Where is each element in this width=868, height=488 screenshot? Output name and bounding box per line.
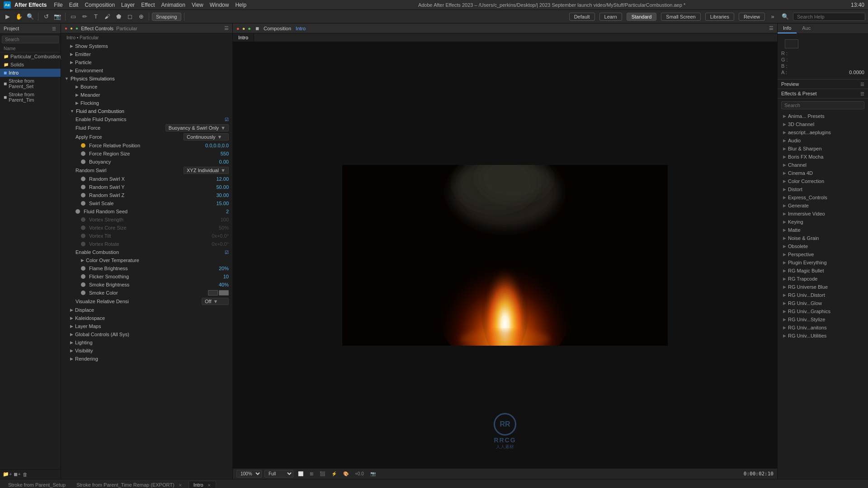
effect-item-generate[interactable]: ▶ Generate	[778, 202, 868, 210]
zoom-tool[interactable]: 🔍	[25, 12, 35, 22]
effect-item-rg-universe-blue[interactable]: ▶ RG Universe Blue	[778, 283, 868, 291]
pen-tool[interactable]: ✏	[80, 12, 90, 22]
effect-item-perspective[interactable]: ▶ Perspective	[778, 250, 868, 258]
comp-close-btn[interactable]: ●	[236, 26, 240, 31]
fluid-random-seed-row[interactable]: Fluid Random Seed 2	[61, 207, 232, 216]
tab-close-intro-btn[interactable]: ✕	[208, 483, 211, 488]
effect-item-rg-trapcode[interactable]: ▶ RG Trapcode	[778, 275, 868, 283]
effect-item-rg-univ-stylize[interactable]: ▶ RG Univ...Stylize	[778, 315, 868, 324]
transparency-btn[interactable]: ⊞	[308, 471, 315, 477]
effect-menu-icon[interactable]: ☰	[224, 25, 229, 31]
smoke-brightness-row[interactable]: Smoke Brightness 40%	[61, 281, 232, 289]
random-swirl-dropdown[interactable]: XYZ Individual ▼	[184, 167, 229, 174]
section-visibility[interactable]: ▶ Visibility	[61, 347, 232, 355]
timeline-tab-stroke-setup[interactable]: Stroke from Parent_Setup	[4, 481, 70, 488]
section-lighting[interactable]: ▶ Lighting	[61, 338, 232, 347]
section-rendering[interactable]: ▶ Rendering	[61, 355, 232, 363]
effect-item-audio[interactable]: ▶ Audio	[778, 136, 868, 145]
effect-item-rg-univ-distort[interactable]: ▶ RG Univ...Distort	[778, 291, 868, 299]
menu-edit[interactable]: Edit	[69, 2, 79, 8]
effect-item-plugin-everything[interactable]: ▶ Plugin Everything	[778, 258, 868, 267]
section-global-controls[interactable]: ▶ Global Controls (All Sys)	[61, 330, 232, 338]
section-particle[interactable]: ▶ Particle	[61, 58, 232, 66]
effect-item-keying[interactable]: ▶ Keying	[778, 218, 868, 226]
effects-presets-menu-icon[interactable]: ☰	[860, 91, 864, 96]
project-item-stroke-tim[interactable]: ◼ Stroke from Parent_Tim	[0, 90, 61, 104]
new-comp-button[interactable]: ◼+	[14, 471, 20, 477]
smoke-color-swatch[interactable]	[208, 290, 218, 296]
section-emitter[interactable]: ▶ Emitter	[61, 50, 232, 58]
effect-item-blur-sharpen[interactable]: ▶ Blur & Sharpen	[778, 145, 868, 153]
stamp-tool[interactable]: ⬟	[113, 12, 123, 22]
section-kaleidospace[interactable]: ▶ Kaleidospace	[61, 314, 232, 322]
project-item-intro[interactable]: ◼ Intro	[0, 69, 61, 77]
panel-maximize-btn[interactable]: ●	[75, 26, 78, 31]
project-item-solids[interactable]: 📁 Solids	[0, 61, 61, 69]
section-fluid-combustion[interactable]: ▼ Fluid and Combustion	[61, 107, 232, 115]
workspace-learn[interactable]: Learn	[599, 13, 622, 21]
effect-item-3d-channel[interactable]: ▶ 3D Channel	[778, 120, 868, 128]
section-environment[interactable]: ▶ Environment	[61, 66, 232, 75]
enable-combustion-checkbox[interactable]: ☑	[225, 250, 229, 255]
workspace-default[interactable]: Default	[569, 13, 595, 21]
buoyancy-row[interactable]: Buoyancy 0.00	[61, 158, 232, 166]
smoke-color-row[interactable]: Smoke Color	[61, 289, 232, 297]
effect-item-obsolete[interactable]: ▶ Obsolete	[778, 242, 868, 250]
fluid-force-row[interactable]: Fluid Force Buoyancy & Swirl Only ▼	[61, 123, 232, 132]
section-displace[interactable]: ▶ Displace	[61, 306, 232, 314]
enable-combustion-row[interactable]: Enable Combustion ☑	[61, 248, 232, 256]
section-flocking[interactable]: ▶ Flocking	[61, 99, 232, 107]
effect-item-noise-grain[interactable]: ▶ Noise & Grain	[778, 234, 868, 242]
pixel-aspect-btn[interactable]: ⬛	[318, 471, 327, 477]
menu-animation[interactable]: Animation	[161, 2, 185, 8]
panel-close-btn[interactable]: ●	[65, 26, 67, 31]
menu-effect[interactable]: Effect	[141, 2, 155, 8]
comp-maximize-btn[interactable]: ●	[248, 26, 251, 31]
menu-composition[interactable]: Composition	[85, 2, 115, 8]
effect-item-rg-univ-anitions[interactable]: ▶ RG Univ...anitons	[778, 324, 868, 332]
effect-item-boris[interactable]: ▶ Boris FX Mocha	[778, 153, 868, 161]
brush-tool[interactable]: 🖌	[102, 12, 112, 22]
project-item-stroke-set[interactable]: ◼ Stroke from Parent_Set	[0, 77, 61, 90]
enable-fluid-dynamics-row[interactable]: Enable Fluid Dynamics ☑	[61, 115, 232, 123]
fast-preview-btn[interactable]: ⚡	[330, 471, 339, 477]
effect-item-aescript[interactable]: ▶ aescript...aeplugins	[778, 128, 868, 136]
project-search-input[interactable]	[2, 36, 59, 43]
snapshot-btn[interactable]: 📷	[368, 471, 377, 477]
apply-force-row[interactable]: Apply Force Continuously ▼	[61, 132, 232, 141]
effect-item-rg-univ-glow[interactable]: ▶ RG Univ...Glow	[778, 299, 868, 307]
section-bounce[interactable]: ▶ Bounce	[61, 83, 232, 91]
hand-tool[interactable]: ✋	[14, 12, 24, 22]
timeline-tab-stroke-remap[interactable]: Stroke from Parent_Time Remap (EXPORT) ✕	[72, 481, 186, 488]
flame-brightness-row[interactable]: Flame Brightness 20%	[61, 264, 232, 272]
workspace-review[interactable]: Review	[739, 13, 765, 21]
eraser-tool[interactable]: ◻	[125, 12, 135, 22]
random-swirl-y-row[interactable]: Random Swirl Y 50.00	[61, 183, 232, 191]
effect-item-color-correction[interactable]: ▶ Color Correction	[778, 177, 868, 185]
rotate-tool[interactable]: ↺	[41, 12, 51, 22]
puppet-tool[interactable]: ⊕	[136, 12, 146, 22]
zoom-select[interactable]: 100% 50% 200%	[236, 470, 262, 478]
swirl-scale-row[interactable]: Swirl Scale 15.00	[61, 199, 232, 207]
tab-info[interactable]: Info	[778, 23, 797, 33]
menu-file[interactable]: File	[54, 2, 62, 8]
smoke-color-swatch-2[interactable]	[219, 290, 229, 296]
apply-force-dropdown[interactable]: Continuously ▼	[184, 133, 229, 141]
force-relative-position-row[interactable]: Force Relative Position 0.0,0.0,0.0	[61, 141, 232, 150]
visualize-density-row[interactable]: Visualize Relative Densi Off ▼	[61, 297, 232, 306]
quality-select[interactable]: Full Half Quarter	[264, 470, 293, 478]
force-region-size-row[interactable]: Force Region Size 550	[61, 150, 232, 158]
random-swirl-row[interactable]: Random Swirl XYZ Individual ▼	[61, 166, 232, 175]
section-show-systems[interactable]: ▶ Show Systems	[61, 42, 232, 50]
select-tool[interactable]: ▶	[3, 12, 13, 22]
menu-view[interactable]: View	[192, 2, 203, 8]
section-meander[interactable]: ▶ Meander	[61, 91, 232, 99]
search-icon[interactable]: 🔍	[780, 12, 790, 22]
delete-button[interactable]: 🗑	[23, 472, 28, 477]
random-swirl-z-row[interactable]: Random Swirl Z 30.00	[61, 191, 232, 199]
menu-layer[interactable]: Layer	[121, 2, 135, 8]
effect-item-distort[interactable]: ▶ Distort	[778, 185, 868, 193]
workspace-libraries[interactable]: Libraries	[705, 13, 734, 21]
timeline-tab-intro[interactable]: Intro ✕	[189, 481, 216, 488]
effect-item-rg-univ-graphics[interactable]: ▶ RG Univ...Graphics	[778, 307, 868, 315]
